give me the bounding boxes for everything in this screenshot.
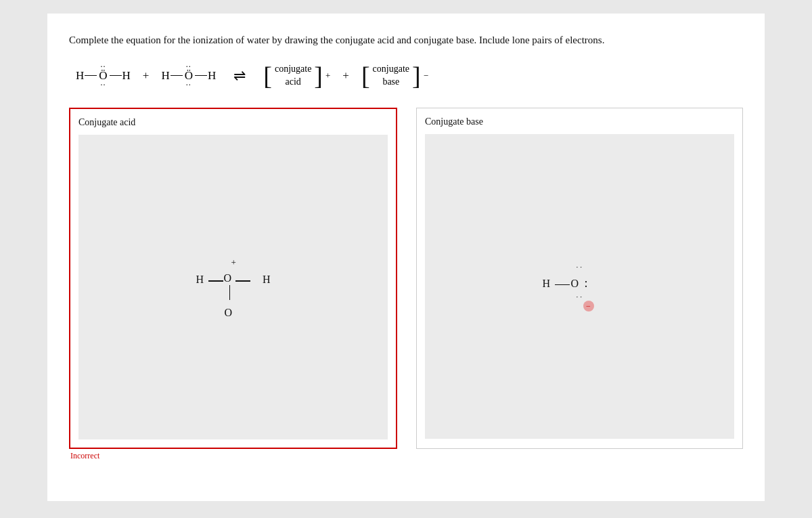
plus-2: +	[342, 69, 349, 83]
incorrect-feedback: Incorrect	[70, 451, 99, 461]
bracket-content-2: conjugate base	[373, 63, 409, 87]
oxygen-2: Ö	[183, 69, 194, 83]
question-content: Complete the equation for the ionization…	[69, 35, 604, 45]
acid-h-left: H	[196, 274, 204, 286]
base-h: H	[543, 278, 551, 290]
bracket-right-2: ]	[412, 63, 421, 89]
bracket-left-1: [	[263, 63, 272, 89]
acid-h-right: H	[263, 274, 271, 286]
charge-minus: −	[424, 70, 428, 81]
base-dots-top: ··	[577, 263, 585, 271]
panels-row: Conjugate acid + H O H	[69, 108, 743, 449]
h-right-2: H	[208, 69, 216, 83]
plus-1: +	[143, 69, 150, 83]
charge-plus: +	[325, 70, 330, 81]
bracket-left-2: [	[361, 63, 370, 89]
base-colon: :	[585, 276, 587, 290]
conjugate-base-label1: conjugate	[373, 63, 409, 75]
conjugate-base-panel-label: Conjugate base	[425, 116, 734, 127]
bracket-right-1: ]	[314, 63, 323, 89]
bond-2	[110, 75, 122, 77]
equilibrium-arrow: ⇌	[233, 67, 246, 85]
bracket-conjugate-base: [ conjugate base ] −	[361, 63, 428, 89]
base-molecule-diagram: ·· H O : ·· −	[543, 263, 617, 310]
conjugate-acid-label2: acid	[285, 76, 300, 88]
conjugate-acid-panel-label: Conjugate acid	[78, 117, 388, 128]
bracket-conjugate-acid: [ conjugate acid ] +	[263, 63, 330, 89]
base-minus-sign: −	[586, 302, 591, 310]
h-left-2: H	[161, 69, 169, 83]
oxygen-1: Ö	[97, 69, 108, 83]
conjugate-base-panel[interactable]: Conjugate base ·· H O : ··	[416, 108, 743, 449]
molecule1: H Ö H	[76, 69, 131, 83]
acid-oxygen: O	[224, 272, 232, 284]
bond-4	[195, 75, 207, 77]
molecule2: H Ö H	[161, 69, 216, 83]
acid-h-bottom: O	[225, 307, 233, 319]
conjugate-acid-drawing-area[interactable]: + H O H O	[78, 135, 388, 439]
acid-molecule-diagram: + H O H O	[196, 255, 271, 319]
main-container: Complete the equation for the ionization…	[47, 14, 765, 501]
bond-3	[171, 75, 183, 77]
conjugate-acid-panel[interactable]: Conjugate acid + H O H	[69, 108, 397, 449]
base-oxygen: O	[571, 278, 579, 290]
conjugate-acid-label1: conjugate	[275, 63, 311, 75]
acid-bond-down	[229, 285, 231, 300]
acid-charge: +	[231, 257, 236, 268]
question-text: Complete the equation for the ionization…	[69, 33, 743, 48]
equation-row: H Ö H + H Ö H ⇌ [ conjugate acid ] +	[69, 63, 743, 89]
base-minus-badge: −	[583, 301, 594, 311]
h-left-1: H	[76, 69, 84, 83]
base-bond	[555, 284, 570, 286]
base-dots-bottom: ··	[577, 293, 585, 301]
h-right-1: H	[122, 69, 131, 83]
bracket-content-1: conjugate acid	[275, 63, 311, 87]
conjugate-base-drawing-area[interactable]: ·· H O : ·· −	[425, 134, 734, 439]
acid-bond-left	[208, 280, 223, 282]
acid-bond-right	[235, 280, 250, 282]
bond-1	[85, 75, 97, 77]
conjugate-base-label2: base	[382, 76, 399, 88]
